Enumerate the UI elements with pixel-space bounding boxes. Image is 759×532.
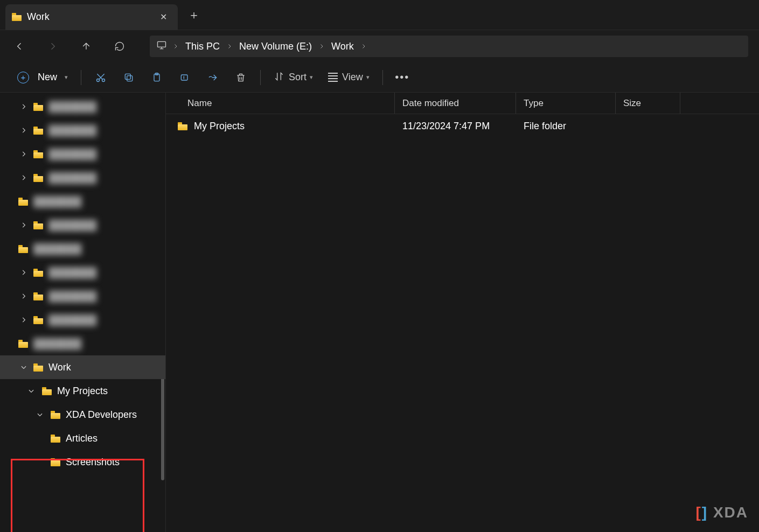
separator — [81, 70, 81, 85]
sort-icon — [274, 71, 284, 84]
sidebar-item[interactable]: ███████ — [0, 308, 165, 332]
breadcrumb-item[interactable]: New Volume (E:) — [235, 39, 316, 54]
svg-rect-3 — [127, 75, 133, 81]
sidebar-item-label: Articles — [66, 433, 98, 444]
chevron-right-icon[interactable] — [18, 103, 29, 110]
sidebar-item[interactable]: Work — [0, 355, 165, 379]
chevron-right-icon[interactable] — [316, 43, 327, 50]
view-icon — [328, 73, 338, 82]
column-header-name[interactable]: Name ˄ — [166, 93, 395, 114]
chevron-down-icon[interactable] — [34, 411, 45, 418]
chevron-right-icon[interactable] — [18, 292, 29, 300]
header-type-label: Type — [524, 98, 544, 109]
folder-icon — [33, 174, 43, 182]
breadcrumb-item[interactable]: This PC — [181, 39, 224, 54]
sidebar-item[interactable]: My Projects — [0, 379, 165, 403]
chevron-right-icon[interactable] — [18, 269, 29, 276]
chevron-right-icon[interactable] — [170, 43, 181, 50]
folder-icon — [18, 340, 28, 348]
sidebar-item-label: ███████ — [48, 220, 96, 231]
folder-icon — [33, 150, 43, 158]
view-label: View — [342, 72, 363, 83]
file-name: My Projects — [194, 121, 245, 132]
column-header-date[interactable]: Date modified — [395, 93, 516, 114]
chevron-right-icon[interactable] — [224, 43, 235, 50]
chevron-right-icon[interactable] — [18, 127, 29, 134]
new-tab-button[interactable]: ＋ — [183, 4, 205, 26]
chevron-right-icon[interactable] — [18, 221, 29, 229]
sidebar-item-label: ███████ — [48, 172, 96, 184]
main-content: Name ˄ Date modified Type Size My Projec… — [166, 93, 759, 532]
folder-icon — [33, 221, 43, 229]
folder-icon — [33, 292, 43, 300]
refresh-button[interactable] — [111, 38, 128, 55]
sidebar-item-label: ███████ — [48, 314, 96, 326]
chevron-right-icon[interactable] — [18, 174, 29, 181]
rename-button[interactable] — [172, 67, 198, 88]
folder-icon — [178, 122, 187, 130]
sidebar-item-label: Screenshots — [66, 457, 120, 468]
cut-button[interactable] — [88, 67, 114, 88]
header-date-label: Date modified — [402, 98, 459, 109]
sidebar-item[interactable]: ███████ — [0, 118, 165, 142]
back-button[interactable] — [11, 38, 28, 55]
copy-button[interactable] — [116, 67, 142, 88]
tab-title: Work — [27, 11, 156, 23]
sidebar-item[interactable]: ███████ — [0, 95, 165, 118]
chevron-right-icon[interactable] — [18, 150, 29, 158]
folder-icon — [51, 411, 60, 419]
breadcrumb-item[interactable]: Work — [327, 39, 358, 54]
sidebar-item-label: XDA Developers — [66, 409, 137, 421]
forward-button[interactable] — [44, 38, 61, 55]
sort-button[interactable]: Sort ▾ — [267, 67, 319, 88]
column-header-type[interactable]: Type — [516, 93, 616, 114]
share-button[interactable] — [200, 67, 226, 88]
sidebar-item[interactable]: ███████ — [0, 237, 165, 261]
sidebar-item[interactable]: ███████ — [0, 213, 165, 237]
paste-button[interactable] — [144, 67, 170, 88]
header-size-label: Size — [623, 98, 641, 109]
sidebar-item[interactable]: ███████ — [0, 166, 165, 190]
address-bar[interactable]: This PC New Volume (E:) Work — [150, 36, 748, 57]
sidebar-item[interactable]: ███████ — [0, 284, 165, 308]
folder-icon — [51, 458, 60, 466]
sidebar-item-label: ███████ — [33, 338, 81, 349]
sort-label: Sort — [289, 72, 307, 83]
sidebar-item-label: ███████ — [48, 267, 96, 278]
sidebar-item[interactable]: ███████ — [0, 190, 165, 213]
file-type: File folder — [516, 121, 616, 132]
sidebar-item[interactable]: ███████ — [0, 261, 165, 284]
sidebar-item-label: ███████ — [33, 243, 81, 255]
sidebar-item-label: ███████ — [33, 196, 81, 207]
pc-icon — [156, 40, 167, 53]
chevron-down-icon[interactable] — [26, 387, 37, 395]
folder-icon — [33, 363, 43, 372]
plus-circle-icon: + — [17, 72, 29, 83]
chevron-right-icon[interactable] — [358, 43, 369, 50]
sidebar-item[interactable]: XDA Developers — [0, 403, 165, 426]
up-button[interactable] — [78, 38, 95, 55]
sidebar-item-label: Work — [48, 362, 71, 373]
svg-rect-7 — [181, 75, 187, 80]
column-headers: Name ˄ Date modified Type Size — [166, 93, 759, 114]
sidebar-item[interactable]: Screenshots — [0, 450, 165, 474]
tabs-bar: Work ✕ ＋ — [0, 0, 759, 30]
close-icon[interactable]: ✕ — [156, 10, 171, 24]
ellipsis-icon: ••• — [395, 71, 409, 83]
delete-button[interactable] — [228, 67, 254, 88]
sidebar-item[interactable]: ███████ — [0, 332, 165, 355]
nav-bar: This PC New Volume (E:) Work — [0, 30, 759, 62]
tab-active[interactable]: Work ✕ — [5, 4, 178, 30]
view-button[interactable]: View ▾ — [322, 67, 376, 88]
more-button[interactable]: ••• — [389, 67, 415, 88]
chevron-right-icon[interactable] — [18, 316, 29, 324]
column-header-size[interactable]: Size — [616, 93, 680, 114]
sort-indicator-icon: ˄ — [279, 93, 282, 96]
file-row[interactable]: My Projects11/23/2024 7:47 PMFile folder — [166, 114, 759, 138]
sidebar-item[interactable]: Articles — [0, 426, 165, 450]
chevron-down-icon[interactable] — [18, 363, 29, 371]
sidebar-item[interactable]: ███████ — [0, 142, 165, 166]
header-name-label: Name — [187, 98, 212, 109]
svg-rect-0 — [158, 41, 166, 47]
new-button[interactable]: + New ▾ — [11, 67, 74, 88]
